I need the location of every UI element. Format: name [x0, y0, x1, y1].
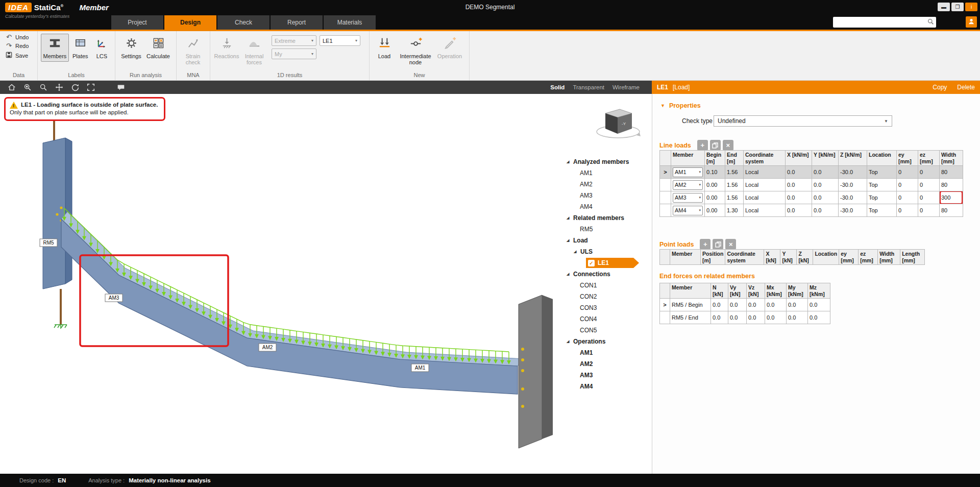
tree-item-con5[interactable]: CON5: [565, 325, 651, 336]
cell-mx[interactable]: 0.0: [765, 311, 787, 324]
view-mode-wireframe[interactable]: Wireframe: [612, 84, 640, 90]
view-mode-transparent[interactable]: Transparent: [573, 84, 604, 90]
add-line-load-button[interactable]: +: [697, 140, 708, 151]
cell-vz[interactable]: 0.0: [747, 311, 765, 324]
view-mode-solid[interactable]: Solid: [550, 84, 565, 90]
row-selector[interactable]: [660, 204, 671, 217]
member-select[interactable]: AM3▾: [673, 193, 703, 203]
cell-coord-system[interactable]: Local: [744, 204, 786, 217]
expander-icon[interactable]: ◢: [567, 339, 573, 344]
tree-group-related-members[interactable]: ◢Related members: [565, 212, 651, 224]
cell-x[interactable]: 0.0: [786, 179, 812, 191]
le1-selected-flag[interactable]: ✓ LE1: [586, 258, 639, 268]
cell-n[interactable]: 0.0: [711, 311, 728, 324]
properties-section-header[interactable]: ▼ Properties: [660, 102, 701, 109]
cell-n[interactable]: 0.0: [711, 299, 728, 311]
delete-point-load-button[interactable]: ×: [725, 239, 736, 250]
cell-width-highlighted[interactable]: 300: [940, 191, 963, 204]
tree-item-am3[interactable]: AM3: [565, 190, 651, 201]
cell-z[interactable]: -30.0: [839, 204, 867, 217]
cell-ez[interactable]: 0: [918, 204, 940, 217]
cell-x[interactable]: 0.0: [786, 204, 812, 217]
expander-icon[interactable]: ◢: [567, 272, 573, 276]
table-row[interactable]: AM4▾ 0.00 1.30 Local 0.0 0.0 -30.0 Top 0…: [660, 204, 963, 217]
tab-project[interactable]: Project: [111, 15, 163, 30]
expander-icon[interactable]: ◢: [567, 238, 573, 242]
cell-width[interactable]: 80: [940, 179, 963, 191]
cell-width[interactable]: 80: [940, 204, 963, 217]
cell-width[interactable]: 80: [940, 166, 963, 179]
tree-group-load[interactable]: ◢Load: [565, 235, 651, 246]
tree-group-connections[interactable]: ◢Connections: [565, 269, 651, 280]
tab-check[interactable]: Check: [217, 15, 270, 30]
home-view-button[interactable]: [5, 82, 18, 93]
cell-coord-system[interactable]: Local: [744, 179, 786, 191]
account-button[interactable]: [966, 16, 977, 28]
cell-coord-system[interactable]: Local: [744, 166, 786, 179]
tree-item-con1[interactable]: CON1: [565, 280, 651, 291]
expander-icon[interactable]: ◢: [567, 216, 573, 220]
cell-ey[interactable]: 0: [897, 166, 918, 179]
lcs-button[interactable]: LCS: [92, 34, 112, 62]
cell-mx[interactable]: 0.0: [765, 299, 787, 311]
cell-z[interactable]: -30.0: [839, 166, 867, 179]
cell-vy[interactable]: 0.0: [728, 299, 747, 311]
zoom-fit-button[interactable]: [84, 82, 97, 93]
cell-vz[interactable]: 0.0: [747, 299, 765, 311]
tree-item-am4[interactable]: AM4: [565, 201, 651, 212]
load-case-select[interactable]: LE1▾: [320, 35, 360, 46]
rotate-button[interactable]: [68, 82, 82, 93]
cell-ey[interactable]: 0: [897, 204, 918, 217]
tree-item-am1[interactable]: AM1: [565, 167, 651, 179]
plates-button[interactable]: Plates: [69, 34, 92, 62]
labels-toggle-button[interactable]: [114, 82, 128, 93]
tree-item-operations-am3[interactable]: AM3: [565, 370, 651, 381]
zoom-button[interactable]: [37, 82, 50, 93]
copy-button[interactable]: Copy: [933, 84, 947, 91]
cell-coord-system[interactable]: Local: [744, 191, 786, 204]
expander-icon[interactable]: ◢: [574, 250, 580, 254]
tree-item-rm5[interactable]: RM5: [565, 224, 651, 235]
members-button[interactable]: Members: [41, 34, 69, 62]
cell-location[interactable]: Top: [867, 191, 897, 204]
redo-button[interactable]: ↷Redo: [3, 42, 31, 50]
cell-z[interactable]: -30.0: [839, 179, 867, 191]
copy-point-load-button[interactable]: [713, 239, 723, 250]
row-selector[interactable]: >: [660, 166, 671, 179]
row-selector[interactable]: [660, 311, 670, 324]
cell-y[interactable]: 0.0: [812, 204, 839, 217]
member-select[interactable]: AM2▾: [673, 180, 703, 190]
cell-location[interactable]: Top: [867, 204, 897, 217]
row-selector[interactable]: >: [660, 299, 670, 311]
tab-report[interactable]: Report: [271, 15, 323, 30]
tree-group-uls[interactable]: ◢ULS: [565, 246, 651, 257]
copy-line-load-button[interactable]: [710, 140, 721, 151]
cell-ey[interactable]: 0: [897, 191, 918, 204]
member-select[interactable]: AM4▾: [673, 206, 703, 215]
zoom-window-button[interactable]: [21, 82, 34, 93]
cell-begin[interactable]: 0.00: [705, 204, 725, 217]
cell-z[interactable]: -30.0: [839, 191, 867, 204]
cell-ez[interactable]: 0: [918, 179, 940, 191]
cell-y[interactable]: 0.0: [812, 191, 839, 204]
cell-ez[interactable]: 0: [918, 191, 940, 204]
cell-mz[interactable]: 0.0: [808, 311, 830, 324]
3d-scene[interactable]: RM5 AM3 AM2 AM1 -Y: [0, 94, 652, 474]
calculate-button[interactable]: Calculate: [144, 34, 173, 62]
beam-members[interactable]: [61, 212, 524, 394]
add-point-load-button[interactable]: +: [700, 239, 710, 250]
cell-x[interactable]: 0.0: [786, 166, 812, 179]
tree-item-operations-am1[interactable]: AM1: [565, 347, 651, 358]
search-input[interactable]: [833, 18, 927, 27]
delete-button[interactable]: Delete: [957, 84, 975, 91]
tree-group-analyzed-members[interactable]: ◢Analyzed members: [565, 156, 651, 167]
tree-item-operations-am2[interactable]: AM2: [565, 358, 651, 370]
3d-viewport[interactable]: RM5 AM3 AM2 AM1 -Y ! LE1 - Loading surfa…: [0, 94, 652, 474]
cell-end[interactable]: 1.56: [725, 179, 744, 191]
tree-item-con4[interactable]: CON4: [565, 313, 651, 325]
row-selector[interactable]: [660, 179, 671, 191]
expander-icon[interactable]: ◢: [567, 160, 573, 164]
table-row[interactable]: > AM1▾ 0.10 1.56 Local 0.0 0.0 -30.0 Top…: [660, 166, 963, 179]
cell-end[interactable]: 1.56: [725, 191, 744, 204]
intermediate-node-button[interactable]: Intermediate node: [396, 34, 435, 68]
